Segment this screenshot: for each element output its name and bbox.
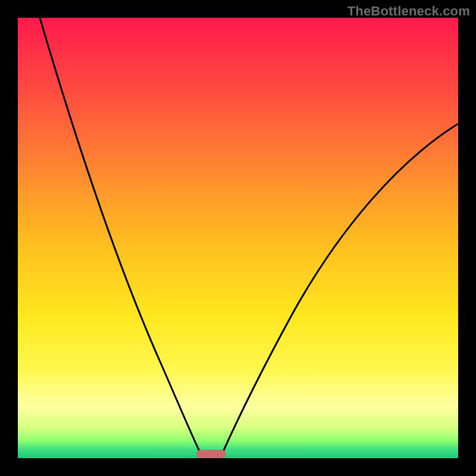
optimal-marker [196, 450, 226, 458]
chart-frame: TheBottleneck.com [0, 0, 476, 476]
watermark-text: TheBottleneck.com [347, 4, 470, 19]
plot-area [18, 18, 458, 458]
bottleneck-curve [18, 18, 458, 458]
curve-left-branch [40, 18, 203, 458]
curve-right-branch [220, 124, 458, 458]
